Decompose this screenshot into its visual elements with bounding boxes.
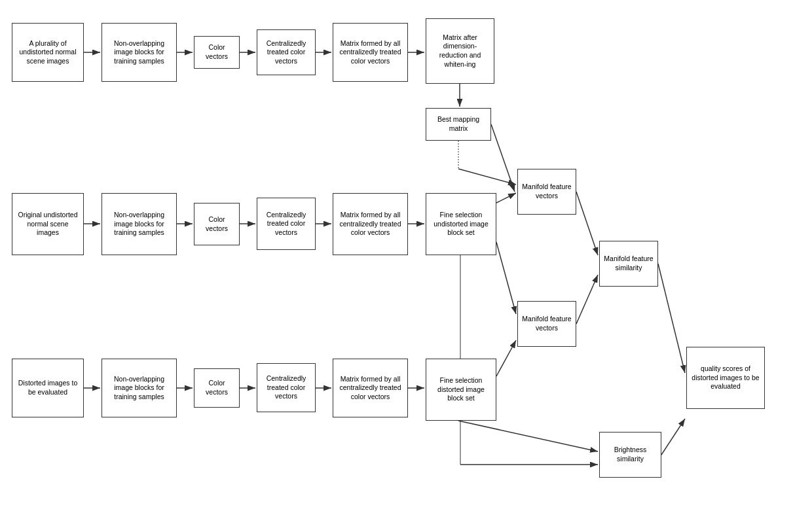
svg-line-15 [496, 242, 516, 314]
box-b16: Manifold feature similarity [599, 241, 658, 287]
box-b6: Matrix after dimension-reduction and whi… [426, 18, 494, 84]
box-b24: quality scores of distorted images to be… [686, 347, 765, 409]
svg-line-16 [576, 192, 598, 255]
svg-line-25 [458, 421, 598, 451]
box-b19: Color vectors [194, 368, 240, 408]
box-b12: Matrix formed by all centralizedly treat… [333, 193, 408, 255]
box-b23: Brightness similarity [599, 432, 661, 478]
box-b22: Fine selection distorted image block set [426, 359, 496, 421]
svg-line-18 [658, 264, 685, 373]
box-b14: Manifold feature vectors [517, 169, 576, 215]
svg-line-8 [491, 124, 515, 192]
box-b9: Non-overlapping image blocks for trainin… [101, 193, 177, 255]
box-b17: Distorted images to be evaluated [12, 359, 84, 417]
box-b11: Centralizedly treated color vectors [257, 198, 316, 250]
svg-line-28 [661, 419, 685, 455]
box-b13: Fine selection undistorted image block s… [426, 193, 496, 255]
box-b5: Matrix formed by all centralizedly treat… [333, 23, 408, 82]
svg-line-14 [496, 193, 516, 203]
svg-line-30 [458, 169, 516, 185]
box-b18: Non-overlapping image blocks for trainin… [101, 359, 177, 417]
box-b8: Original undistorted normal scene images [12, 193, 84, 255]
box-b3: Color vectors [194, 36, 240, 69]
box-b1: A plurality of undistorted normal scene … [12, 23, 84, 82]
box-b10: Color vectors [194, 203, 240, 245]
svg-line-24 [496, 340, 516, 376]
box-b4: Centralizedly treated color vectors [257, 29, 316, 75]
box-b2: Non-overlapping image blocks for trainin… [101, 23, 177, 82]
box-b21: Matrix formed by all centralizedly treat… [333, 359, 408, 417]
box-b7: Best mapping matrix [426, 108, 491, 141]
svg-line-17 [576, 275, 598, 324]
diagram: A plurality of undistorted normal scene … [0, 0, 812, 530]
box-b15: Manifold feature vectors [517, 301, 576, 347]
box-b20: Centralizedly treated color vectors [257, 363, 316, 412]
